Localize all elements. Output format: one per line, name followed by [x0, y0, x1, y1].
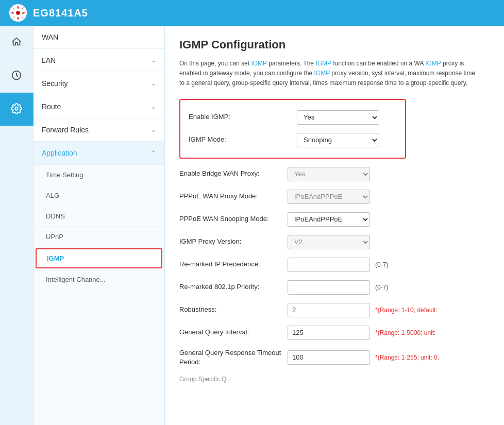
submenu-item-intelligent-channel[interactable]: Intelligent Channe... [33, 269, 164, 290]
main-content: IGMP Configuration On this page, you can… [165, 26, 504, 425]
pppoe-wan-proxy-row: PPPoE WAN Proxy Mode: IPoEAndPPPoE [179, 185, 490, 208]
remarked-ip-hint: (0-7) [375, 261, 388, 268]
enable-bridge-wan-select[interactable]: Yes No [288, 167, 370, 181]
app-header: EG8141A5 [0, 0, 504, 26]
group-specific-placeholder: Group Specific Q... [179, 371, 490, 388]
pppoe-wan-snooping-control: IPoEAndPPPoE [288, 212, 370, 227]
enable-igmp-select[interactable]: Yes No [297, 110, 379, 125]
huawei-logo [8, 3, 28, 23]
pppoe-wan-snooping-label: PPPoE WAN Snooping Mode: [179, 214, 288, 224]
enable-igmp-row: Enable IGMP: Yes No [189, 106, 397, 129]
igmp-mode-row: IGMP Mode: Snooping Proxy [189, 129, 397, 151]
pppoe-wan-proxy-control: IPoEAndPPPoE [288, 190, 370, 204]
svg-point-11 [15, 107, 18, 110]
submenu-item-igmp[interactable]: IGMP [36, 248, 162, 268]
forward-rules-arrow: ⌄ [151, 126, 156, 133]
igmp-highlight-box: Enable IGMP: Yes No IGMP Mode: Snooping … [179, 99, 406, 159]
route-arrow: ⌄ [151, 103, 156, 110]
remarked-802-row: Re-marked 802.1p Priority: (0-7) [179, 276, 490, 299]
robustness-hint: *(Range: 1-10; default: [375, 307, 438, 314]
igmp-mode-select[interactable]: Snooping Proxy [297, 133, 379, 147]
general-query-response-input[interactable] [288, 350, 370, 365]
general-query-interval-label: General Query Interval: [179, 328, 288, 337]
page-title: IGMP Configuration [179, 38, 490, 52]
security-arrow: ⌄ [151, 80, 156, 87]
robustness-control: *(Range: 1-10; default: [288, 303, 438, 317]
application-arrow: ⌃ [151, 149, 156, 157]
remarked-802-hint: (0-7) [375, 284, 388, 291]
pppoe-wan-snooping-row: PPPoE WAN Snooping Mode: IPoEAndPPPoE [179, 208, 490, 231]
enable-bridge-wan-control: Yes No [288, 167, 370, 181]
submenu-item-upnp[interactable]: UPnP [33, 227, 164, 247]
sidebar: WAN LAN ⌄ Security ⌄ Route ⌄ Forward Rul… [0, 26, 165, 425]
remarked-802-input[interactable] [288, 280, 370, 295]
sidebar-item-route[interactable]: Route ⌄ [33, 95, 164, 118]
enable-igmp-control: Yes No [297, 110, 379, 125]
general-query-interval-control: *(Range: 1-5000; unit: [288, 326, 435, 340]
page-description: On this page, you can set IGMP parameter… [179, 59, 478, 89]
igmp-proxy-version-label: IGMP Proxy Version: [179, 237, 288, 246]
general-query-response-label: General Query Response Timeout Period: [179, 348, 288, 367]
submenu-item-time-setting[interactable]: Time Setting [33, 165, 164, 185]
main-layout: WAN LAN ⌄ Security ⌄ Route ⌄ Forward Rul… [0, 26, 504, 425]
general-query-response-hint: *(Range: 1-255; unit: 0. [375, 354, 439, 361]
general-query-response-row: General Query Response Timeout Period: *… [179, 344, 490, 371]
sidebar-icon-status[interactable] [0, 59, 33, 93]
group-specific-label: Group Specific Q... [179, 375, 288, 384]
remarked-ip-label: Re-marked IP Precedence: [179, 260, 288, 269]
igmp-proxy-version-row: IGMP Proxy Version: V2 V3 [179, 231, 490, 253]
sidebar-icon-home[interactable] [0, 26, 33, 59]
sidebar-item-security[interactable]: Security ⌄ [33, 72, 164, 95]
submenu-item-ddns[interactable]: DDNS [33, 206, 164, 227]
general-query-interval-row: General Query Interval: *(Range: 1-5000;… [179, 321, 490, 344]
sidebar-icon-column [0, 26, 33, 425]
submenu-item-alg[interactable]: ALG [33, 185, 164, 206]
igmp-proxy-version-select[interactable]: V2 V3 [288, 235, 370, 249]
remarked-ip-input[interactable] [288, 258, 370, 272]
sidebar-item-wan[interactable]: WAN [33, 26, 164, 49]
sidebar-icon-settings[interactable] [0, 93, 33, 126]
remarked-ip-control: (0-7) [288, 258, 388, 272]
remarked-ip-row: Re-marked IP Precedence: (0-7) [179, 253, 490, 276]
app-title: EG8141A5 [33, 7, 88, 19]
robustness-input[interactable] [288, 303, 370, 317]
enable-bridge-wan-row: Enable Bridge WAN Proxy: Yes No [179, 163, 490, 185]
pppoe-wan-proxy-select[interactable]: IPoEAndPPPoE [288, 190, 370, 204]
sidebar-item-application[interactable]: Application ⌃ [33, 142, 164, 165]
remarked-802-label: Re-marked 802.1p Priority: [179, 282, 288, 292]
svg-point-9 [16, 11, 20, 15]
general-query-interval-hint: *(Range: 1-5000; unit: [375, 329, 435, 336]
sidebar-item-lan[interactable]: LAN ⌄ [33, 49, 164, 72]
pppoe-wan-proxy-label: PPPoE WAN Proxy Mode: [179, 192, 288, 201]
general-query-interval-input[interactable] [288, 326, 370, 340]
enable-igmp-label: Enable IGMP: [189, 112, 297, 122]
enable-bridge-wan-label: Enable Bridge WAN Proxy: [179, 169, 288, 178]
igmp-proxy-version-control: V2 V3 [288, 235, 370, 249]
remarked-802-control: (0-7) [288, 280, 388, 295]
robustness-row: Robustness: *(Range: 1-10; default: [179, 299, 490, 321]
igmp-mode-control: Snooping Proxy [297, 133, 379, 147]
sidebar-item-forward-rules[interactable]: Forward Rules ⌄ [33, 118, 164, 142]
lan-arrow: ⌄ [151, 57, 156, 64]
general-query-response-control: *(Range: 1-255; unit: 0. [288, 350, 439, 365]
pppoe-wan-snooping-select[interactable]: IPoEAndPPPoE [288, 212, 370, 227]
application-submenu: Time Setting ALG DDNS UPnP IGMP Intellig… [33, 165, 164, 290]
igmp-mode-label: IGMP Mode: [189, 135, 297, 144]
sidebar-menu: WAN LAN ⌄ Security ⌄ Route ⌄ Forward Rul… [33, 26, 164, 425]
robustness-label: Robustness: [179, 305, 288, 314]
